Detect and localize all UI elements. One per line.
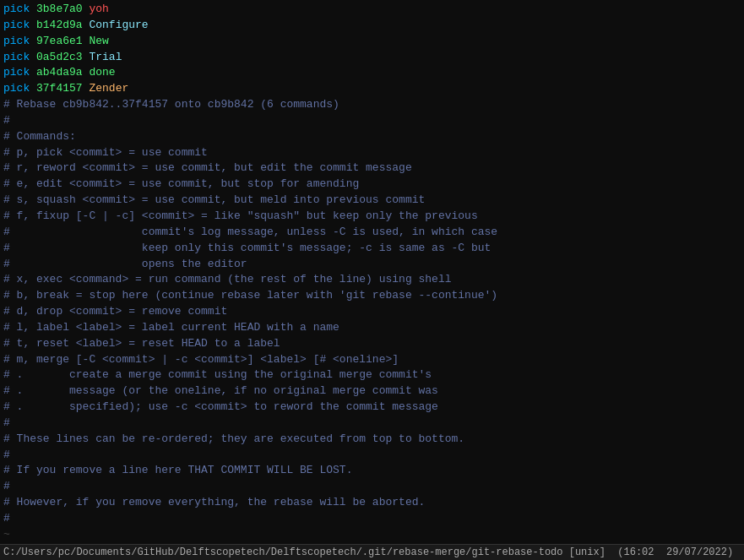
editor-area: pick 3b8e7a0 yohpick b142d9a Configurepi… [0, 0, 744, 544]
editor-line: # Commands: [3, 129, 741, 145]
editor-line: pick 37f4157 Zender [3, 81, 741, 97]
editor-line: # l, label <label> = label current HEAD … [3, 320, 741, 336]
editor-line: ~ [3, 527, 741, 543]
editor-line: pick ab4da9a done [3, 65, 741, 81]
editor-line: # f, fixup [-C | -c] <commit> = like "sq… [3, 209, 741, 225]
editor-line: # . message (or the oneline, if no origi… [3, 383, 741, 400]
editor-line: # d, drop <commit> = remove commit [3, 304, 741, 320]
editor-line: # p, pick <commit> = use commit [3, 145, 741, 161]
editor-line: # . specified); use -c <commit> to rewor… [3, 400, 741, 416]
editor-line: # [3, 511, 741, 527]
editor-line: # [3, 479, 741, 495]
editor-line: pick 0a5d2c3 Trial [3, 50, 741, 66]
editor-line: # . create a merge commit using the orig… [3, 367, 741, 383]
editor-line: # r, reword <commit> = use commit, but e… [3, 160, 741, 177]
editor-line: # t, reset <label> = reset HEAD to a lab… [3, 336, 741, 352]
status-bar: C:/Users/pc/Documents/GitHub/Delftscopet… [0, 544, 744, 560]
editor-line: # If you remove a line here THAT COMMIT … [3, 463, 741, 479]
editor-line: # However, if you remove everything, the… [3, 495, 741, 511]
editor-line: # These lines can be re-ordered; they ar… [3, 432, 741, 448]
editor-line: # [3, 448, 741, 464]
editor-line: # commit's log message, unless -C is use… [3, 225, 741, 241]
editor-line: # [3, 113, 741, 129]
editor-line: # e, edit <commit> = use commit, but sto… [3, 177, 741, 193]
editor-line: # keep only this commit's message; -c is… [3, 241, 741, 257]
editor-line: pick 97ea6e1 New [3, 34, 741, 50]
editor-line: pick b142d9a Configure [3, 18, 741, 34]
editor-line: # s, squash <commit> = use commit, but m… [3, 193, 741, 209]
editor-line: # x, exec <command> = run command (the r… [3, 272, 741, 288]
editor-line: pick 3b8e7a0 yoh [3, 2, 741, 18]
editor-line: # b, break = stop here (continue rebase … [3, 288, 741, 304]
editor-line: # m, merge [-C <commit> | -c <commit>] <… [3, 352, 741, 368]
editor-line: # opens the editor [3, 257, 741, 273]
editor-line: # Rebase cb9b842..37f4157 onto cb9b842 (… [3, 97, 741, 113]
editor-line: # [3, 416, 741, 432]
